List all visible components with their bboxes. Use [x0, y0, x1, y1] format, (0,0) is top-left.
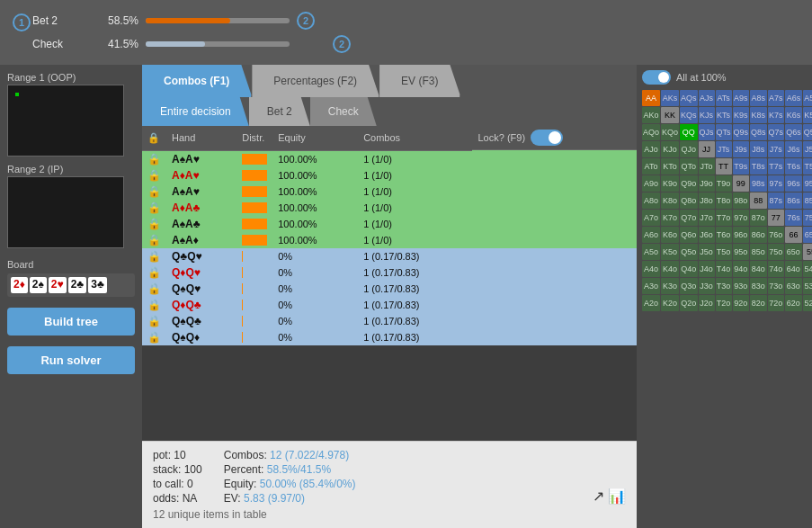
hand-cell[interactable]: TT — [716, 158, 732, 175]
hand-cell[interactable]: Q9s — [733, 124, 750, 140]
hand-cell[interactable]: A4o — [642, 261, 660, 277]
hand-cell[interactable]: JTo — [699, 158, 715, 175]
hand-cell[interactable]: 85s — [803, 192, 812, 209]
hand-cell[interactable]: K5s — [803, 107, 812, 123]
hand-cell[interactable]: 76s — [785, 210, 802, 226]
hand-cell[interactable]: K9o — [661, 175, 679, 192]
hand-cell[interactable]: 88 — [750, 192, 767, 209]
hand-cell[interactable]: K6o — [661, 227, 679, 243]
build-tree-button[interactable]: Build tree — [7, 308, 135, 336]
hand-cell[interactable]: A9o — [642, 175, 660, 192]
tab-ev[interactable]: EV (F3) — [379, 65, 460, 97]
hand-cell[interactable]: KTo — [661, 158, 679, 175]
hand-cell[interactable]: 92o — [733, 295, 750, 311]
hand-cell[interactable]: A7o — [642, 210, 660, 226]
hand-cell[interactable]: J8s — [750, 141, 767, 157]
hand-cell[interactable]: 53o — [803, 278, 812, 294]
hand-cell[interactable]: 87s — [768, 192, 785, 209]
hand-cell[interactable]: 96o — [733, 227, 750, 243]
hand-cell[interactable]: 76o — [768, 227, 785, 243]
hand-cell[interactable]: 54o — [803, 261, 812, 277]
hand-cell[interactable]: ATo — [642, 158, 660, 175]
hand-cell[interactable]: AKo — [642, 107, 660, 123]
table-row[interactable]: 🔒 Q♠Q♦ 0% 1 (0.17/0.83) — [142, 329, 637, 345]
hand-cell[interactable]: Q7s — [768, 124, 785, 140]
hand-cell[interactable]: A5o — [642, 244, 660, 260]
dtab-entire[interactable]: Entire decision — [142, 97, 249, 126]
hand-cell[interactable]: K6s — [785, 107, 802, 123]
hand-cell[interactable]: J5o — [699, 244, 715, 260]
hand-cell[interactable]: 75s — [803, 210, 812, 226]
hand-cell[interactable]: J4o — [699, 261, 715, 277]
hand-cell[interactable]: AA — [642, 90, 660, 106]
hand-cell[interactable]: 86s — [785, 192, 802, 209]
hand-cell[interactable]: QJs — [699, 124, 715, 140]
hand-cell[interactable]: Q3o — [680, 278, 698, 294]
tab-combos[interactable]: Combos (F1) — [142, 65, 252, 97]
hand-cell[interactable]: J9o — [699, 175, 715, 192]
hand-cell[interactable]: A8s — [750, 90, 767, 106]
hand-cell[interactable]: 73o — [768, 278, 785, 294]
hand-cell[interactable]: Q4o — [680, 261, 698, 277]
hand-cell[interactable]: K5o — [661, 244, 679, 260]
hand-cell[interactable]: T8o — [716, 192, 732, 209]
table-row[interactable]: 🔒 Q♦Q♣ 0% 1 (0.17/0.83) — [142, 297, 637, 313]
lock-toggle[interactable] — [531, 130, 563, 146]
export-icon[interactable]: ↗ — [593, 488, 604, 505]
hand-cell[interactable]: 95o — [733, 244, 750, 260]
hand-cell[interactable]: K8s — [750, 107, 767, 123]
hand-cell[interactable]: K7o — [661, 210, 679, 226]
hand-cell[interactable]: Q5o — [680, 244, 698, 260]
hand-cell[interactable]: A3o — [642, 278, 660, 294]
all-toggle[interactable] — [642, 70, 671, 85]
hand-cell[interactable]: T4o — [716, 261, 732, 277]
hand-cell[interactable]: Q2o — [680, 295, 698, 311]
hand-cell[interactable]: 99 — [733, 175, 750, 192]
table-row[interactable]: 🔒 Q♦Q♥ 0% 1 (0.17/0.83) — [142, 264, 637, 281]
hand-cell[interactable]: AQo — [642, 124, 660, 140]
hand-cell[interactable]: AQs — [680, 90, 698, 106]
hand-cell[interactable]: 95s — [803, 175, 812, 192]
hand-cell[interactable]: 86o — [750, 227, 767, 243]
hand-cell[interactable]: 94o — [733, 261, 750, 277]
hand-cell[interactable]: T5o — [716, 244, 732, 260]
table-row[interactable]: 🔒 A♠A♥ 100.00% 1 (1/0) — [142, 183, 637, 200]
hand-cell[interactable]: T6o — [716, 227, 732, 243]
range2-grid[interactable] — [7, 176, 124, 248]
hand-cell[interactable]: 72o — [768, 295, 785, 311]
hand-cell[interactable]: ATs — [716, 90, 732, 106]
hand-cell[interactable]: QQ — [680, 124, 698, 140]
bar-chart-icon[interactable]: 📊 — [608, 488, 626, 505]
hand-cell[interactable]: 85o — [750, 244, 767, 260]
dtab-check[interactable]: Check — [310, 97, 377, 126]
hand-cell[interactable]: Q7o — [680, 210, 698, 226]
hand-cell[interactable]: 96s — [785, 175, 802, 192]
hand-cell[interactable]: Q6o — [680, 227, 698, 243]
hand-cell[interactable]: KQs — [680, 107, 698, 123]
hand-cell[interactable]: A2o — [642, 295, 660, 311]
hand-cell[interactable]: 66 — [785, 227, 802, 243]
hand-cell[interactable]: 55 — [803, 244, 812, 260]
hand-cell[interactable]: 62o — [785, 295, 802, 311]
hand-cell[interactable]: 98o — [733, 192, 750, 209]
hand-cell[interactable]: A8o — [642, 192, 660, 209]
hand-cell[interactable]: 77 — [768, 210, 785, 226]
hand-cell[interactable]: J2o — [699, 295, 715, 311]
hand-cell[interactable]: Q5s — [803, 124, 812, 140]
table-row[interactable]: 🔒 A♠A♣ 100.00% 1 (1/0) — [142, 216, 637, 232]
hand-cell[interactable]: 84o — [750, 261, 767, 277]
hand-cell[interactable]: QJo — [680, 141, 698, 157]
hand-cell[interactable]: 97o — [733, 210, 750, 226]
hand-cell[interactable]: 65s — [803, 227, 812, 243]
hand-cell[interactable]: JJ — [699, 141, 715, 157]
hand-cell[interactable]: A9s — [733, 90, 750, 106]
hand-cell[interactable]: T5s — [803, 158, 812, 175]
hand-cell[interactable]: A6o — [642, 227, 660, 243]
hand-cell[interactable]: K2o — [661, 295, 679, 311]
hand-cell[interactable]: T8s — [750, 158, 767, 175]
hand-cell[interactable]: AJs — [699, 90, 715, 106]
table-row[interactable]: 🔒 A♠A♦ 100.00% 1 (1/0) — [142, 232, 637, 248]
hand-cell[interactable]: A7s — [768, 90, 785, 106]
hand-cell[interactable]: Q9o — [680, 175, 698, 192]
hand-cell[interactable]: A6s — [785, 90, 802, 106]
